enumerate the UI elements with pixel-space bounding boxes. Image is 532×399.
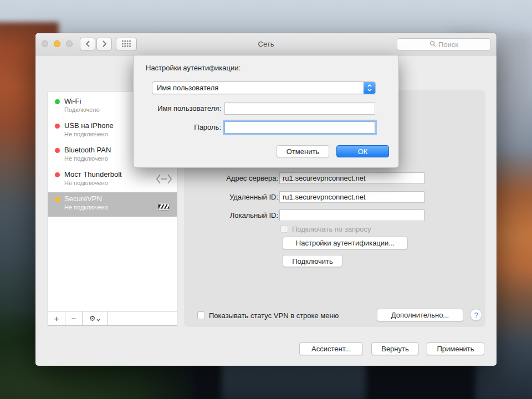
search-input[interactable]: Поиск [397,38,491,50]
window-toolbar: Сеть Поиск [35,33,497,55]
gear-icon: ⚙ [89,314,96,323]
authentication-settings-button[interactable]: Настройки аутентификации... [283,237,408,249]
remote-id-field[interactable] [279,191,424,203]
search-placeholder: Поиск [438,40,458,49]
service-name: Bluetooth PAN [64,146,111,154]
connect-button[interactable]: Подключить [283,255,342,267]
revert-label: Вернуть [381,345,409,353]
ok-button[interactable]: ОК [336,145,389,157]
desktop: Сеть Поиск Wi-Fi Подключено USB на iPhon… [0,0,532,399]
local-id-label: Локальный ID: [195,211,278,219]
service-row-thunderbolt-bridge[interactable]: Мост Thunderbolt Не подключено [48,168,177,192]
authentication-settings-label: Настройки аутентификации... [296,239,395,247]
show-vpn-status-checkbox[interactable] [197,311,205,319]
ok-label: ОК [358,147,368,156]
service-list-toolbar: + − ⚙ [48,311,177,325]
remove-service-button[interactable]: − [65,311,83,325]
status-dot-disconnected [55,124,60,129]
apply-button[interactable]: Применить [427,342,484,355]
apply-label: Применить [437,345,474,353]
password-field[interactable] [224,121,375,134]
status-dot-disconnected [55,148,60,153]
show-vpn-status-label: Показывать статус VPN в строке меню [209,311,339,320]
sheet-heading: Настройки аутентификации: [146,64,241,72]
connect-on-demand-label: Подключать по запросу [292,225,371,233]
service-name: SecureVPN [64,195,102,203]
auth-method-popup[interactable]: Имя пользователя [152,81,376,94]
question-mark-icon: ? [474,311,478,319]
service-actions-button[interactable]: ⚙ [83,311,108,325]
advanced-button[interactable]: Дополнительно... [377,309,463,321]
remote-id-label: Удаленный ID: [195,193,278,201]
service-name: Мост Thunderbolt [64,170,122,178]
server-address-field[interactable] [279,172,424,184]
vpn-lock-icon [156,196,171,214]
service-status: Не подключено [64,131,108,137]
auth-method-value: Имя пользователя [157,82,218,94]
status-dot-disconnected [55,172,60,177]
service-status: Не подключено [64,204,108,211]
network-preferences-window: Сеть Поиск Wi-Fi Подключено USB на iPhon… [35,33,497,366]
server-address-label: Адрес сервера: [195,174,278,182]
service-name: USB на iPhone [64,121,114,130]
revert-button[interactable]: Вернуть [371,342,419,355]
help-button[interactable]: ? [470,309,482,321]
status-dot-connected [55,99,60,104]
username-field[interactable] [224,103,375,115]
username-label: Имя пользователя: [134,104,221,112]
search-icon [429,39,436,49]
service-status: Подключено [64,106,100,113]
advanced-label: Дополнительно... [391,311,449,319]
add-service-button[interactable]: + [48,311,65,325]
authentication-sheet: Настройки аутентификации: Имя пользовате… [133,55,399,168]
connect-label: Подключить [292,257,333,265]
cancel-button[interactable]: Отменить [277,145,329,157]
password-label: Пароль: [134,123,221,131]
local-id-field[interactable] [279,209,424,221]
service-row-securevpn-selected[interactable]: SecureVPN Не подключено [48,192,177,217]
service-name: Wi-Fi [64,97,81,105]
service-status: Не подключено [64,180,108,186]
minus-icon: − [71,314,76,323]
thunderbolt-bridge-icon [156,173,172,187]
assistant-label: Ассистент... [311,345,351,353]
connect-on-demand-checkbox[interactable] [280,225,288,233]
service-status: Не подключено [64,155,108,162]
status-dot-idle [55,197,60,202]
chevron-down-icon [96,314,100,323]
cancel-label: Отменить [287,147,319,156]
popup-stepper-icon [364,82,375,94]
plus-icon: + [54,314,59,323]
assistant-button[interactable]: Ассистент... [299,342,363,355]
